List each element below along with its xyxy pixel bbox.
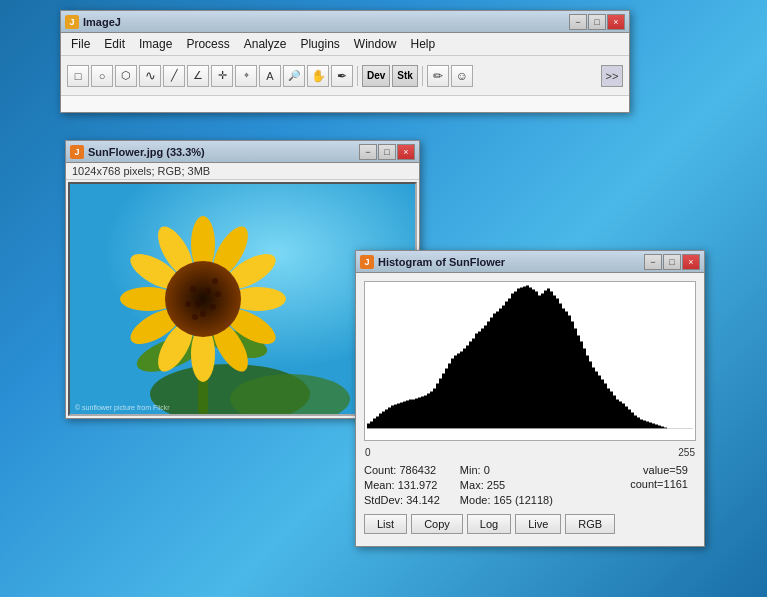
svg-rect-107: [598, 376, 601, 429]
svg-rect-125: [652, 424, 655, 429]
svg-rect-31: [370, 422, 373, 429]
svg-rect-122: [643, 421, 646, 429]
rectangle-tool[interactable]: □: [67, 65, 89, 87]
svg-rect-83: [526, 286, 529, 429]
svg-rect-64: [469, 342, 472, 429]
menu-file[interactable]: File: [65, 35, 96, 53]
svg-rect-72: [493, 314, 496, 429]
svg-rect-68: [481, 329, 484, 429]
wand-tool[interactable]: ⌖: [235, 65, 257, 87]
count-stat: Count: 786432: [364, 464, 440, 476]
imagej-maximize-button[interactable]: □: [588, 14, 606, 30]
svg-rect-66: [475, 334, 478, 429]
extra-tool[interactable]: ☺: [451, 65, 473, 87]
histogram-bottom: Count: 786432 Mean: 131.972 StdDev: 34.1…: [364, 464, 696, 538]
stk-button[interactable]: Stk: [392, 65, 418, 87]
svg-rect-57: [448, 364, 451, 429]
histogram-value-label: value=59: [630, 464, 688, 476]
sunflower-icon: J: [70, 145, 84, 159]
sunflower-minimize-button[interactable]: −: [359, 144, 377, 160]
svg-rect-70: [487, 322, 490, 429]
dev-button[interactable]: Dev: [362, 65, 390, 87]
svg-rect-93: [556, 299, 559, 429]
list-button[interactable]: List: [364, 514, 407, 534]
imagej-minimize-button[interactable]: −: [569, 14, 587, 30]
svg-rect-40: [397, 404, 400, 429]
histogram-value-display: value=59 count=1161: [630, 464, 696, 492]
svg-rect-39: [394, 405, 397, 429]
svg-point-24: [185, 301, 191, 307]
menu-analyze[interactable]: Analyze: [238, 35, 293, 53]
toolbar-divider-2: [422, 66, 423, 86]
svg-point-20: [205, 288, 211, 294]
imagej-icon: J: [65, 15, 79, 29]
histogram-close-button[interactable]: ×: [682, 254, 700, 270]
svg-rect-82: [523, 287, 526, 429]
svg-rect-55: [442, 374, 445, 429]
toolbar-divider-1: [357, 66, 358, 86]
sunflower-maximize-button[interactable]: □: [378, 144, 396, 160]
freehand-tool[interactable]: ∿: [139, 65, 161, 87]
line-tool[interactable]: ╱: [163, 65, 185, 87]
log-button[interactable]: Log: [467, 514, 511, 534]
menu-edit[interactable]: Edit: [98, 35, 131, 53]
histogram-titlebar[interactable]: J Histogram of SunFlower − □ ×: [356, 251, 704, 273]
text-tool[interactable]: A: [259, 65, 281, 87]
histogram-icon: J: [360, 255, 374, 269]
sunflower-close-button[interactable]: ×: [397, 144, 415, 160]
imagej-close-button[interactable]: ×: [607, 14, 625, 30]
copy-button[interactable]: Copy: [411, 514, 463, 534]
mode-stat: Mode: 165 (12118): [460, 494, 553, 506]
svg-rect-30: [367, 424, 370, 429]
svg-rect-117: [628, 410, 631, 429]
angle-tool[interactable]: ∠: [187, 65, 209, 87]
svg-rect-111: [610, 392, 613, 429]
svg-rect-59: [454, 356, 457, 429]
svg-point-26: [192, 314, 198, 320]
svg-rect-61: [460, 352, 463, 429]
pencil-tool[interactable]: ✏: [427, 65, 449, 87]
crosshair-tool[interactable]: ✛: [211, 65, 233, 87]
menu-window[interactable]: Window: [348, 35, 403, 53]
svg-rect-113: [616, 400, 619, 429]
menu-process[interactable]: Process: [180, 35, 235, 53]
imagej-titlebar[interactable]: J ImageJ − □ ×: [61, 11, 629, 33]
image-info-bar: 1024x768 pixels; RGB; 3MB: [66, 163, 419, 180]
svg-rect-42: [403, 402, 406, 429]
menu-image[interactable]: Image: [133, 35, 178, 53]
svg-rect-60: [457, 354, 460, 429]
stats-left: Count: 786432 Mean: 131.972 StdDev: 34.1…: [364, 464, 440, 506]
rgb-button[interactable]: RGB: [565, 514, 615, 534]
svg-rect-50: [427, 394, 430, 429]
histogram-stats: Count: 786432 Mean: 131.972 StdDev: 34.1…: [364, 464, 615, 506]
eyedropper-tool[interactable]: ✒: [331, 65, 353, 87]
svg-rect-96: [565, 312, 568, 429]
svg-rect-109: [604, 384, 607, 429]
svg-rect-121: [640, 420, 643, 429]
svg-rect-116: [625, 407, 628, 429]
menu-help[interactable]: Help: [405, 35, 442, 53]
menu-plugins[interactable]: Plugins: [294, 35, 345, 53]
svg-rect-126: [655, 425, 658, 429]
svg-rect-43: [406, 401, 409, 429]
oval-tool[interactable]: ○: [91, 65, 113, 87]
pan-tool[interactable]: ✋: [307, 65, 329, 87]
polygon-tool[interactable]: ⬡: [115, 65, 137, 87]
svg-rect-46: [415, 399, 418, 429]
max-stat: Max: 255: [460, 479, 553, 491]
toolbar-more-button[interactable]: >>: [601, 65, 623, 87]
svg-rect-108: [601, 380, 604, 429]
svg-rect-102: [583, 349, 586, 429]
svg-rect-99: [574, 329, 577, 429]
histogram-maximize-button[interactable]: □: [663, 254, 681, 270]
svg-rect-106: [595, 372, 598, 429]
histogram-title: Histogram of SunFlower: [378, 256, 644, 268]
mean-stat: Mean: 131.972: [364, 479, 440, 491]
sunflower-titlebar[interactable]: J SunFlower.jpg (33.3%) − □ ×: [66, 141, 419, 163]
svg-rect-104: [589, 362, 592, 429]
live-button[interactable]: Live: [515, 514, 561, 534]
svg-rect-74: [499, 309, 502, 429]
zoom-tool[interactable]: 🔎: [283, 65, 305, 87]
svg-rect-58: [451, 359, 454, 429]
histogram-minimize-button[interactable]: −: [644, 254, 662, 270]
